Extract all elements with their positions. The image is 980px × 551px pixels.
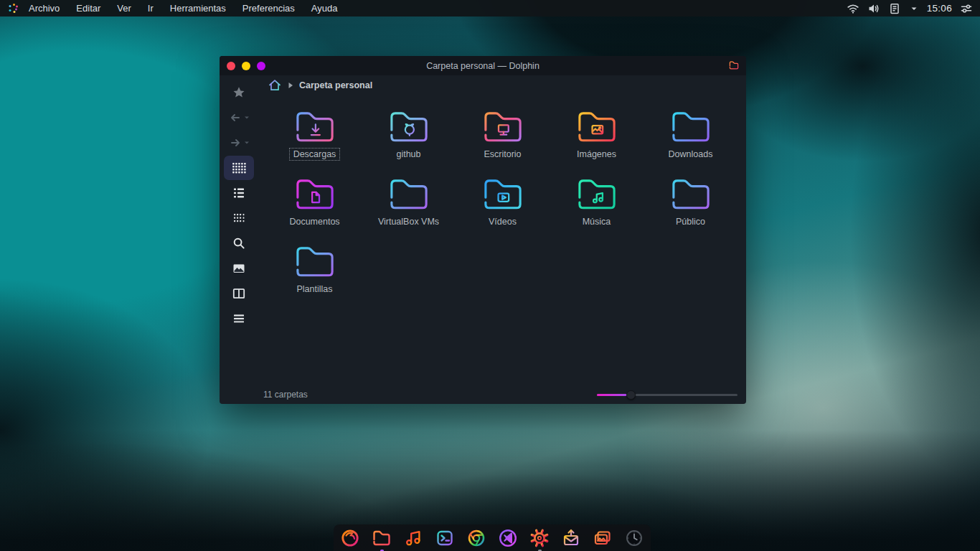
- music-player-dock-icon[interactable]: [402, 527, 424, 549]
- folder-label: Público: [672, 215, 710, 228]
- folder-label: github: [392, 148, 425, 161]
- volume-icon[interactable]: [867, 2, 880, 15]
- menu-item-ver[interactable]: Ver: [117, 3, 131, 14]
- clock-app-dock-icon[interactable]: [623, 527, 645, 549]
- folder-label: Escritorio: [479, 148, 525, 161]
- folder-item[interactable]: Imágenes: [550, 105, 644, 172]
- distro-logo-icon[interactable]: [7, 2, 20, 15]
- folder-label: Plantillas: [292, 283, 336, 296]
- window-main: Carpeta personal Descargas github Escrit…: [258, 75, 746, 404]
- mail-dock-icon[interactable]: [560, 527, 582, 549]
- desktop: { "panel": { "menu_items": ["Archivo", "…: [0, 0, 980, 551]
- folder-icon: [481, 105, 525, 146]
- folder-item[interactable]: Música: [550, 172, 644, 240]
- panel-clock: 15:06: [927, 3, 952, 14]
- folder-icon: [387, 172, 431, 214]
- zoom-slider-fill: [597, 394, 631, 396]
- sidebar-preview-button[interactable]: [224, 256, 254, 281]
- close-button[interactable]: [227, 62, 235, 70]
- folder-label: VirtualBox VMs: [374, 215, 443, 228]
- folder-icon: [293, 172, 337, 214]
- vscode-dock-icon[interactable]: [497, 527, 519, 549]
- window-title: Carpeta personal — Dolphin: [426, 61, 540, 71]
- firefox-dock-icon[interactable]: [339, 527, 361, 549]
- files-dock-icon[interactable]: [371, 527, 392, 549]
- maximize-button[interactable]: [257, 62, 265, 70]
- menubar: ArchivoEditarVerIrHerramientasPreferenci…: [29, 3, 337, 14]
- menu-item-preferencias[interactable]: Preferencias: [242, 3, 295, 14]
- folder-icon: [481, 172, 525, 214]
- folder-label: Música: [578, 215, 616, 228]
- sidebar-view-details-button[interactable]: [224, 206, 254, 230]
- terminal-dock-icon[interactable]: [434, 527, 456, 549]
- toolbar-sidebar: [220, 75, 258, 404]
- tweaks-icon[interactable]: [960, 2, 973, 15]
- settings-dock-icon[interactable]: [529, 527, 550, 549]
- zoom-slider-handle[interactable]: [626, 390, 636, 400]
- folder-grid: Descargas github Escritorio Imágenes Dow…: [258, 95, 746, 385]
- folder-icon: [669, 105, 713, 146]
- folder-item[interactable]: VirtualBox VMs: [362, 172, 456, 240]
- clipboard-icon[interactable]: [888, 2, 901, 15]
- menu-item-herramientas[interactable]: Herramientas: [170, 3, 226, 14]
- folder-label: Downloads: [664, 148, 717, 161]
- dolphin-window: Carpeta personal — Dolphin Carpeta perso…: [220, 56, 746, 404]
- folder-item[interactable]: github: [362, 105, 456, 172]
- menu-item-archivo[interactable]: Archivo: [29, 3, 60, 14]
- statusbar: 11 carpetas: [258, 385, 746, 404]
- breadcrumb-chevron-icon: [287, 81, 294, 90]
- folder-label: Vídeos: [484, 215, 521, 228]
- sidebar-menu-button[interactable]: [224, 306, 254, 331]
- sidebar-split-button[interactable]: [224, 281, 254, 306]
- zoom-slider[interactable]: [597, 390, 738, 400]
- top-panel: ArchivoEditarVerIrHerramientasPreferenci…: [0, 0, 980, 17]
- folder-icon: [575, 105, 619, 146]
- sidebar-arrow-forward-button[interactable]: [224, 131, 254, 155]
- folder-item[interactable]: Documentos: [268, 172, 362, 240]
- photos-dock-icon[interactable]: [592, 527, 613, 549]
- chrome-dock-icon[interactable]: [466, 527, 487, 549]
- tray-icon-group: [847, 2, 919, 15]
- folder-icon: [387, 105, 431, 146]
- wifi-icon[interactable]: [847, 2, 859, 15]
- status-text: 11 carpetas: [263, 390, 308, 400]
- folder-label: Documentos: [285, 215, 344, 228]
- folder-item[interactable]: Descargas: [268, 105, 362, 172]
- dolphin-app-icon: [728, 60, 740, 71]
- dock: [334, 524, 651, 551]
- window-body: Carpeta personal Descargas github Escrit…: [220, 75, 746, 404]
- folder-icon: [293, 240, 337, 281]
- folder-item[interactable]: Vídeos: [456, 172, 550, 240]
- window-titlebar[interactable]: Carpeta personal — Dolphin: [220, 56, 746, 75]
- folder-icon: [669, 172, 713, 214]
- system-tray: 15:06: [847, 2, 973, 15]
- menu-item-ir[interactable]: Ir: [148, 3, 154, 14]
- folder-label: Descargas: [289, 148, 341, 161]
- folder-icon: [575, 172, 619, 214]
- folder-label: Imágenes: [573, 148, 621, 161]
- window-controls: [227, 56, 265, 75]
- sidebar-search-button[interactable]: [224, 231, 254, 255]
- breadcrumb-label[interactable]: Carpeta personal: [299, 80, 372, 90]
- menu-item-ayuda[interactable]: Ayuda: [311, 3, 338, 14]
- folder-item[interactable]: Plantillas: [268, 240, 362, 307]
- breadcrumb: Carpeta personal: [258, 75, 746, 95]
- minimize-button[interactable]: [242, 62, 250, 70]
- sidebar-view-list-button[interactable]: [224, 181, 254, 205]
- caret-down-icon[interactable]: [909, 4, 919, 14]
- menu-item-editar[interactable]: Editar: [76, 3, 100, 14]
- home-icon[interactable]: [268, 78, 282, 93]
- folder-icon: [293, 105, 337, 146]
- folder-item[interactable]: Público: [644, 172, 738, 240]
- folder-item[interactable]: Downloads: [644, 105, 738, 172]
- folder-item[interactable]: Escritorio: [456, 105, 550, 172]
- sidebar-view-grid-button[interactable]: [224, 156, 254, 180]
- sidebar-star-button[interactable]: [224, 80, 254, 105]
- sidebar-arrow-back-button[interactable]: [224, 105, 254, 130]
